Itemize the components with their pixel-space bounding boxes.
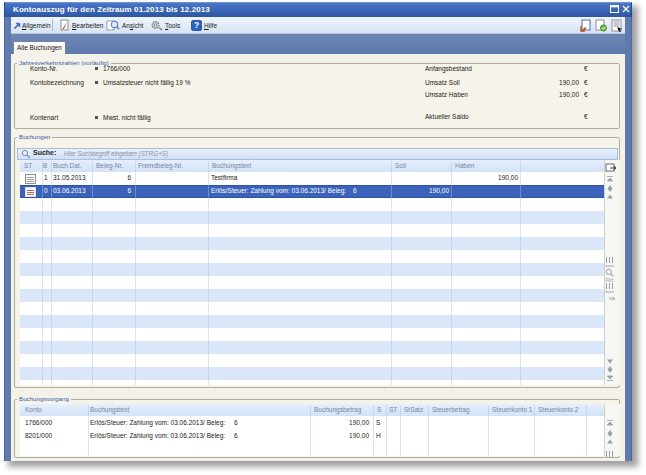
svg-text:?: ? <box>194 20 199 30</box>
